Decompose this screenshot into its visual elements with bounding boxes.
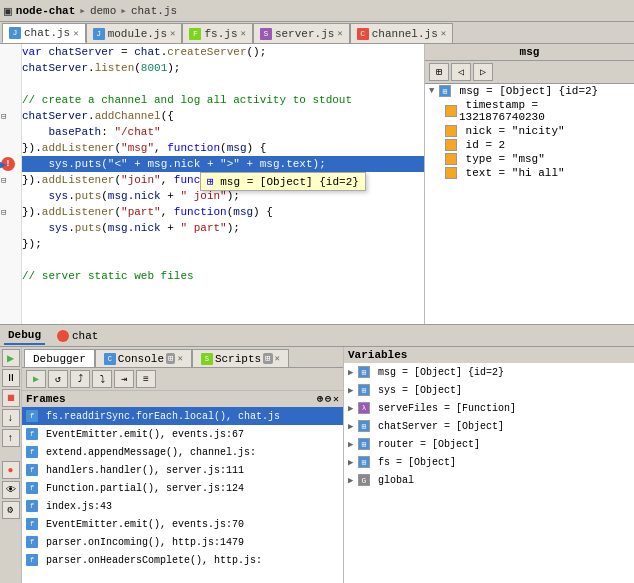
gutter-13 bbox=[0, 236, 21, 252]
right-panel-title: msg bbox=[425, 44, 634, 61]
frame-label-0: fs.readdirSync.forEach.local(), chat.js bbox=[40, 411, 280, 422]
prop-icon-5 bbox=[445, 167, 457, 179]
breadcrumb-file[interactable]: chat.js bbox=[131, 5, 177, 17]
sub-tab-console-close[interactable]: ✕ bbox=[177, 353, 182, 364]
frame-label-5: index.js:43 bbox=[40, 501, 112, 512]
frame-icon-4: f bbox=[26, 482, 38, 494]
fold-icon-5[interactable]: ⊟ bbox=[1, 111, 6, 122]
frame-item-8[interactable]: f parser.onHeadersComplete(), http.js: bbox=[22, 551, 343, 569]
frame-icon-1: f bbox=[26, 428, 38, 440]
tab-channel[interactable]: C channel.js ✕ bbox=[350, 23, 453, 43]
frame-item-6[interactable]: f EventEmitter.emit(), events.js:70 bbox=[22, 515, 343, 533]
rp-btn-3[interactable]: ▷ bbox=[473, 63, 493, 81]
sub-tab-console-label: Console bbox=[118, 353, 164, 365]
var-expand-0[interactable]: ▶ bbox=[348, 367, 356, 378]
tab-module-close[interactable]: ✕ bbox=[170, 28, 175, 39]
tab-fs-close[interactable]: ✕ bbox=[241, 28, 246, 39]
frame-item-0[interactable]: f fs.readdirSync.forEach.local(), chat.j… bbox=[22, 407, 343, 425]
breadcrumb-demo[interactable]: demo bbox=[90, 5, 116, 17]
toolbar-btn3[interactable]: ⤴ bbox=[70, 370, 90, 388]
var-item-4: ▶ ⊞ router = [Object] bbox=[344, 435, 634, 453]
sub-tab-scripts-close[interactable]: ✕ bbox=[275, 353, 280, 364]
debug-tab-debug[interactable]: Debug bbox=[4, 327, 45, 345]
var-expand-5[interactable]: ▶ bbox=[348, 457, 356, 468]
side-btn-pause[interactable]: ⏸ bbox=[2, 369, 20, 387]
side-btn-step-over[interactable]: ↑ bbox=[2, 429, 20, 447]
toolbar-btn6[interactable]: ≡ bbox=[136, 370, 156, 388]
debug-main-toolbar: ▶ ↺ ⤴ ⤵ ⇥ ≡ bbox=[22, 368, 343, 391]
tab-fs-label: fs.js bbox=[204, 28, 237, 40]
breadcrumb-sep2: ▸ bbox=[120, 4, 127, 17]
tab-channel-close[interactable]: ✕ bbox=[441, 28, 446, 39]
var-expand-6[interactable]: ▶ bbox=[348, 475, 356, 486]
code-line-7: }).addListener("msg", function(msg) { bbox=[22, 140, 424, 156]
side-btn-step-into[interactable]: ↓ bbox=[2, 409, 20, 427]
side-btn-settings[interactable]: ⚙ bbox=[2, 501, 20, 519]
debug-area: Debug chat ▶ ⏸ ⏹ ↓ ↑ ● 👁 ⚙ bbox=[0, 324, 634, 583]
tree-item-1: timestamp = 1321876740230 bbox=[425, 98, 634, 124]
rp-btn-2[interactable]: ◁ bbox=[451, 63, 471, 81]
tab-chat-close[interactable]: ✕ bbox=[73, 28, 78, 39]
tree-label-2: nick = "nicity" bbox=[459, 125, 565, 137]
side-btn-watch[interactable]: 👁 bbox=[2, 481, 20, 499]
var-expand-1[interactable]: ▶ bbox=[348, 385, 356, 396]
frames-ctrl-2[interactable]: ⊖ bbox=[325, 393, 331, 405]
code-line-11: }).addListener("part", function(msg) { bbox=[22, 204, 424, 220]
var-expand-4[interactable]: ▶ bbox=[348, 439, 356, 450]
var-icon-2: λ bbox=[358, 402, 370, 414]
side-btn-bp[interactable]: ● bbox=[2, 461, 20, 479]
editor-area: ⊟ ! ▶ ⊟ ⊟ var chatServer = chat.createSe bbox=[0, 44, 424, 324]
side-btn-stop[interactable]: ⏹ bbox=[2, 389, 20, 407]
toolbar-btn2[interactable]: ↺ bbox=[48, 370, 68, 388]
debug-tab-chat[interactable]: chat bbox=[53, 328, 102, 344]
scripts-count: ⊞ bbox=[263, 353, 272, 364]
gutter-11: ⊟ bbox=[0, 204, 21, 220]
prop-icon-4 bbox=[445, 153, 457, 165]
var-label-0: msg = [Object] {id=2} bbox=[372, 367, 504, 378]
tab-server-close[interactable]: ✕ bbox=[337, 28, 342, 39]
gutter-6 bbox=[0, 124, 21, 140]
var-icon-0: ⊞ bbox=[358, 366, 370, 378]
right-panel-toolbar: ⊞ ◁ ▷ bbox=[425, 61, 634, 84]
toolbar-btn4[interactable]: ⤵ bbox=[92, 370, 112, 388]
rp-btn-1[interactable]: ⊞ bbox=[429, 63, 449, 81]
gutter-8: ! ▶ bbox=[0, 156, 21, 172]
frame-item-7[interactable]: f parser.onIncoming(), http.js:1479 bbox=[22, 533, 343, 551]
tooltip-expand[interactable]: ⊞ bbox=[207, 176, 214, 188]
var-expand-2[interactable]: ▶ bbox=[348, 403, 356, 414]
frame-item-4[interactable]: f Function.partial(), server.js:124 bbox=[22, 479, 343, 497]
gutter-12 bbox=[0, 220, 21, 236]
tab-server[interactable]: S server.js ✕ bbox=[253, 23, 350, 43]
tab-chat[interactable]: J chat.js ✕ bbox=[2, 23, 86, 43]
tree-item-4: type = "msg" bbox=[425, 152, 634, 166]
fold-icon-9[interactable]: ⊟ bbox=[1, 175, 6, 186]
tab-module[interactable]: J module.js ✕ bbox=[86, 23, 183, 43]
app-icon: ▣ bbox=[4, 3, 12, 19]
var-expand-3[interactable]: ▶ bbox=[348, 421, 356, 432]
frame-item-1[interactable]: f EventEmitter.emit(), events.js:67 bbox=[22, 425, 343, 443]
debug-side-toolbar: ▶ ⏸ ⏹ ↓ ↑ ● 👁 ⚙ bbox=[0, 347, 22, 583]
sub-tab-debugger[interactable]: Debugger bbox=[24, 349, 95, 367]
frame-item-2[interactable]: f extend.appendMessage(), channel.js: bbox=[22, 443, 343, 461]
console-count: ⊞ bbox=[166, 353, 175, 364]
app-name: node-chat bbox=[16, 5, 75, 17]
tree-item-0: ▼ ⊞ msg = [Object] {id=2} bbox=[425, 84, 634, 98]
frame-item-3[interactable]: f handlers.handler(), server.js:111 bbox=[22, 461, 343, 479]
frame-icon-3: f bbox=[26, 464, 38, 476]
fold-icon-11[interactable]: ⊟ bbox=[1, 207, 6, 218]
frame-label-8: parser.onHeadersComplete(), http.js: bbox=[40, 555, 262, 566]
tab-chat-label: chat.js bbox=[24, 27, 70, 39]
tree-label-1: timestamp = 1321876740230 bbox=[459, 99, 630, 123]
tree-item-2: nick = "nicity" bbox=[425, 124, 634, 138]
side-btn-run[interactable]: ▶ bbox=[2, 349, 20, 367]
tooltip-text: msg = [Object] {id=2} bbox=[220, 176, 359, 188]
frame-item-5[interactable]: f index.js:43 bbox=[22, 497, 343, 515]
frames-ctrl-1[interactable]: ⊕ bbox=[317, 393, 323, 405]
toolbar-btn5[interactable]: ⇥ bbox=[114, 370, 134, 388]
toolbar-resume[interactable]: ▶ bbox=[26, 370, 46, 388]
sub-tab-scripts[interactable]: S Scripts ⊞ ✕ bbox=[192, 349, 289, 367]
var-item-0: ▶ ⊞ msg = [Object] {id=2} bbox=[344, 363, 634, 381]
sub-tab-console[interactable]: C Console ⊞ ✕ bbox=[95, 349, 192, 367]
frames-ctrl-3[interactable]: ✕ bbox=[333, 393, 339, 405]
tab-fs[interactable]: F fs.js ✕ bbox=[182, 23, 252, 43]
